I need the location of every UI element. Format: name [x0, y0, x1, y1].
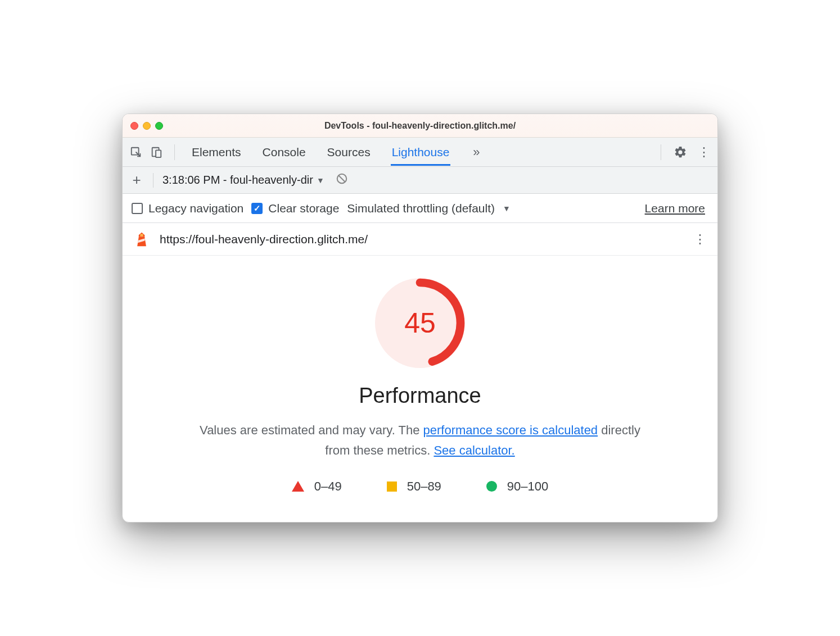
lighthouse-logo-icon [134, 231, 150, 247]
report-url-bar: https://foul-heavenly-direction.glitch.m… [123, 223, 717, 256]
minimize-window-button[interactable] [143, 122, 151, 130]
settings-gear-icon[interactable] [674, 146, 687, 159]
performance-title: Performance [145, 384, 695, 408]
report-url: https://foul-heavenly-direction.glitch.m… [160, 233, 684, 246]
triangle-icon [292, 481, 304, 492]
see-calculator-link[interactable]: See calculator. [433, 443, 514, 457]
legend-range-fail: 0–49 [314, 479, 342, 494]
new-report-button[interactable]: + [129, 171, 144, 189]
titlebar: DevTools - foul-heavenly-direction.glitc… [123, 114, 717, 138]
devtools-window: DevTools - foul-heavenly-direction.glitc… [122, 113, 718, 522]
svg-line-4 [338, 175, 345, 181]
legend-range-pass: 90–100 [507, 479, 548, 494]
tabs: Elements Console Sources Lighthouse » [191, 139, 652, 166]
circle-icon [486, 481, 497, 492]
score-calculated-link[interactable]: performance score is calculated [423, 423, 598, 437]
throttling-label: Simulated throttling (default) [347, 202, 495, 215]
divider [153, 173, 153, 188]
legend-pass: 90–100 [486, 479, 548, 494]
square-icon [387, 481, 397, 492]
tabbar-right: ⋮ [658, 144, 711, 160]
device-toggle-icon[interactable] [150, 146, 163, 159]
tab-elements[interactable]: Elements [191, 139, 242, 165]
report-menu-icon[interactable]: ⋮ [694, 232, 706, 247]
clear-storage-label: Clear storage [268, 202, 339, 215]
performance-score: 45 [375, 278, 465, 368]
tab-sources[interactable]: Sources [326, 139, 372, 165]
devtools-tabbar: Elements Console Sources Lighthouse » ⋮ [123, 138, 717, 167]
throttling-option[interactable]: Simulated throttling (default) [347, 202, 495, 215]
svg-rect-5 [140, 234, 143, 236]
window-title: DevTools - foul-heavenly-direction.glitc… [123, 121, 717, 131]
more-tabs-icon[interactable]: » [469, 146, 483, 159]
lighthouse-toolbar: + 3:18:06 PM - foul-heavenly-dir ▼ [123, 167, 717, 194]
legacy-navigation-checkbox[interactable] [132, 203, 143, 214]
dropdown-caret-icon[interactable]: ▼ [503, 204, 511, 213]
clear-storage-option[interactable]: Clear storage [251, 202, 339, 215]
dropdown-caret-icon: ▼ [317, 176, 324, 185]
desc-text: Values are estimated and may vary. The [200, 423, 423, 437]
divider [174, 144, 175, 160]
legend-range-average: 50–89 [407, 479, 441, 494]
report-selector[interactable]: 3:18:06 PM - foul-heavenly-dir ▼ [162, 174, 324, 187]
legend-average: 50–89 [387, 479, 441, 494]
maximize-window-button[interactable] [155, 122, 163, 130]
learn-more-link[interactable]: Learn more [645, 202, 705, 215]
report-selector-label: 3:18:06 PM - foul-heavenly-dir [162, 174, 313, 187]
lighthouse-options: Legacy navigation Clear storage Simulate… [123, 194, 717, 223]
more-options-icon[interactable]: ⋮ [697, 146, 711, 159]
tab-console[interactable]: Console [261, 139, 307, 165]
lighthouse-report: 45 Performance Values are estimated and … [123, 256, 717, 521]
clear-storage-checkbox[interactable] [251, 203, 263, 214]
performance-gauge: 45 [145, 278, 695, 368]
legend-fail: 0–49 [292, 479, 342, 494]
legacy-navigation-option[interactable]: Legacy navigation [132, 202, 243, 215]
divider [661, 144, 661, 160]
tab-lighthouse[interactable]: Lighthouse [391, 139, 451, 166]
traffic-lights [130, 122, 163, 130]
close-window-button[interactable] [130, 122, 138, 130]
inspect-element-icon[interactable] [129, 146, 143, 159]
score-legend: 0–49 50–89 90–100 [145, 479, 695, 494]
svg-rect-2 [156, 150, 161, 157]
clear-icon[interactable] [336, 172, 348, 188]
performance-description: Values are estimated and may vary. The p… [189, 420, 651, 460]
legacy-navigation-label: Legacy navigation [148, 202, 243, 215]
